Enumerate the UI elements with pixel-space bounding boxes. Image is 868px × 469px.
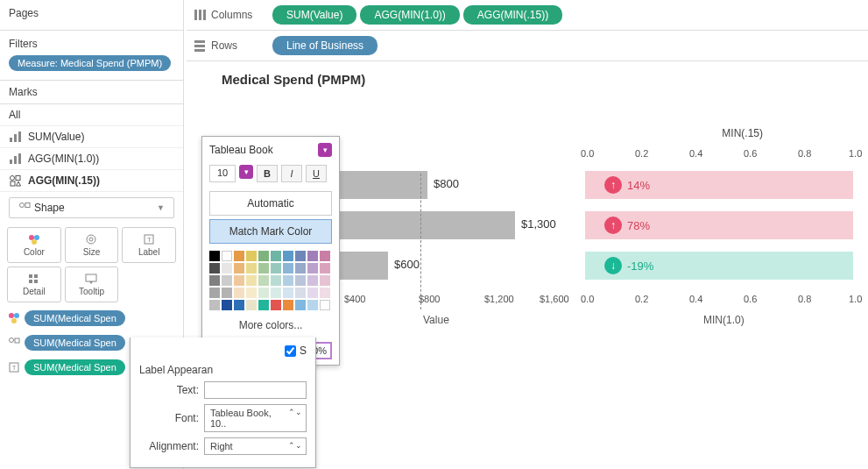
arrow-up-icon: ↑ [604, 217, 622, 234]
label-button[interactable]: TLabel [122, 227, 176, 263]
change-row-1[interactable]: ↑ 78% [585, 211, 853, 239]
filters-shelf[interactable]: Filters Measure: Medical Spend (PMPM) [0, 31, 183, 81]
color-swatch[interactable] [295, 263, 306, 274]
shelf-pill[interactable]: SUM(Medical Spen [25, 359, 125, 375]
color-swatch[interactable] [209, 275, 220, 286]
color-swatch[interactable] [271, 263, 281, 274]
rows-shelf[interactable]: Rows Line of Business [187, 31, 868, 61]
shelf-row-0[interactable]: SUM(Medical Spen [0, 306, 183, 330]
shelf-pill[interactable]: SUM(Medical Spen [25, 335, 125, 351]
color-swatch[interactable] [320, 300, 330, 310]
color-swatch[interactable] [283, 263, 293, 274]
svg-text:T: T [12, 365, 17, 371]
color-swatch[interactable] [307, 300, 318, 310]
color-swatch[interactable] [320, 288, 330, 298]
color-swatch[interactable] [295, 288, 306, 298]
alignment-select[interactable]: Right⌃⌄ [204, 437, 307, 455]
color-swatch[interactable] [222, 275, 232, 286]
color-swatch[interactable] [283, 300, 293, 310]
marks-sum[interactable]: SUM(Value) [0, 126, 183, 148]
shelf-pill[interactable]: SUM(Medical Spen [25, 310, 125, 326]
color-swatch[interactable] [295, 251, 306, 261]
font-size-input[interactable]: 10 [209, 165, 236, 182]
color-swatch[interactable] [246, 263, 257, 274]
detail-button[interactable]: Detail [7, 266, 61, 302]
filters-title: Filters [9, 38, 174, 50]
svg-rect-3 [10, 160, 12, 164]
marks-agg1[interactable]: AGG(MIN(1.0)) [0, 148, 183, 170]
change-row-2[interactable]: ↓ -19% [585, 252, 853, 280]
col-pill-2[interactable]: AGG(MIN(.15)) [463, 5, 562, 25]
shape-icon [9, 174, 21, 187]
shape-dropdown[interactable]: Shape ▼ [9, 197, 174, 218]
italic-button[interactable]: I [281, 165, 302, 182]
underline-button[interactable]: U [306, 165, 327, 182]
pages-shelf[interactable]: Pages [0, 0, 183, 31]
color-swatch[interactable] [307, 263, 318, 274]
color-swatch[interactable] [271, 288, 281, 298]
color-swatch[interactable] [283, 288, 293, 298]
color-swatch[interactable] [246, 300, 257, 310]
color-swatch[interactable] [222, 300, 232, 310]
color-swatch[interactable] [209, 251, 220, 261]
text-field[interactable] [204, 381, 307, 399]
alignment-row: Alignment: Right⌃⌄ [139, 437, 307, 455]
color-swatch[interactable] [246, 275, 257, 286]
color-swatch[interactable] [246, 288, 257, 298]
color-swatch[interactable] [283, 251, 293, 261]
color-swatch[interactable] [222, 263, 232, 274]
row-pill[interactable]: Line of Business [272, 36, 378, 55]
color-swatch[interactable] [209, 288, 220, 298]
color-swatch[interactable] [234, 275, 244, 286]
xtick: 0.6 [744, 294, 757, 304]
col-pill-0[interactable]: SUM(Value) [272, 5, 356, 25]
match-mark-color-button[interactable]: Match Mark Color [209, 219, 332, 244]
color-swatch[interactable] [271, 275, 281, 286]
automatic-color-button[interactable]: Automatic [209, 191, 332, 216]
color-swatch[interactable] [283, 275, 293, 286]
change-row-0[interactable]: ↑ 14% [585, 171, 853, 199]
color-button[interactable]: Color [7, 227, 61, 263]
arrow-down-icon: ↓ [604, 257, 622, 274]
color-swatch[interactable] [209, 300, 220, 310]
size-dropdown-button[interactable]: ▾ [239, 165, 253, 179]
bold-button[interactable]: B [257, 165, 278, 182]
color-swatch[interactable] [307, 288, 318, 298]
font-label: Font: [139, 412, 199, 424]
more-colors-button[interactable]: More colors... [202, 314, 339, 337]
color-swatch[interactable] [258, 300, 269, 310]
marks-all[interactable]: All [0, 104, 183, 126]
marks-agg15[interactable]: AGG(MIN(.15)) [0, 170, 183, 192]
color-swatch[interactable] [307, 275, 318, 286]
font-dropdown-button[interactable]: ▾ [318, 143, 332, 157]
svg-point-28 [10, 338, 14, 343]
color-swatch[interactable] [271, 251, 281, 261]
color-swatch[interactable] [209, 263, 220, 274]
color-swatch[interactable] [258, 251, 269, 261]
color-swatch[interactable] [295, 275, 306, 286]
color-swatch[interactable] [320, 263, 330, 274]
color-swatch[interactable] [246, 251, 257, 261]
color-swatch[interactable] [234, 288, 244, 298]
color-swatch[interactable] [320, 275, 330, 286]
tooltip-button[interactable]: Tooltip [65, 266, 119, 302]
color-swatch[interactable] [258, 288, 269, 298]
xtick: 0.2 [635, 294, 648, 304]
columns-shelf[interactable]: Columns SUM(Value) AGG(MIN(1.0)) AGG(MIN… [187, 0, 868, 31]
color-swatch[interactable] [222, 251, 232, 261]
color-swatch[interactable] [307, 251, 318, 261]
color-swatch[interactable] [222, 288, 232, 298]
show-labels-checkbox[interactable] [285, 345, 296, 357]
col-pill-1[interactable]: AGG(MIN(1.0)) [360, 5, 459, 25]
color-swatch[interactable] [320, 251, 330, 261]
filter-pill[interactable]: Measure: Medical Spend (PMPM) [9, 55, 171, 71]
color-swatch[interactable] [234, 263, 244, 274]
color-swatch[interactable] [295, 300, 306, 310]
color-swatch[interactable] [271, 300, 281, 310]
font-select[interactable]: Tableau Book, 10..⌃⌄ [204, 404, 307, 432]
color-swatch[interactable] [234, 300, 244, 310]
color-swatch[interactable] [258, 275, 269, 286]
color-swatch[interactable] [234, 251, 244, 261]
size-button[interactable]: Size [65, 227, 119, 263]
color-swatch[interactable] [258, 263, 269, 274]
